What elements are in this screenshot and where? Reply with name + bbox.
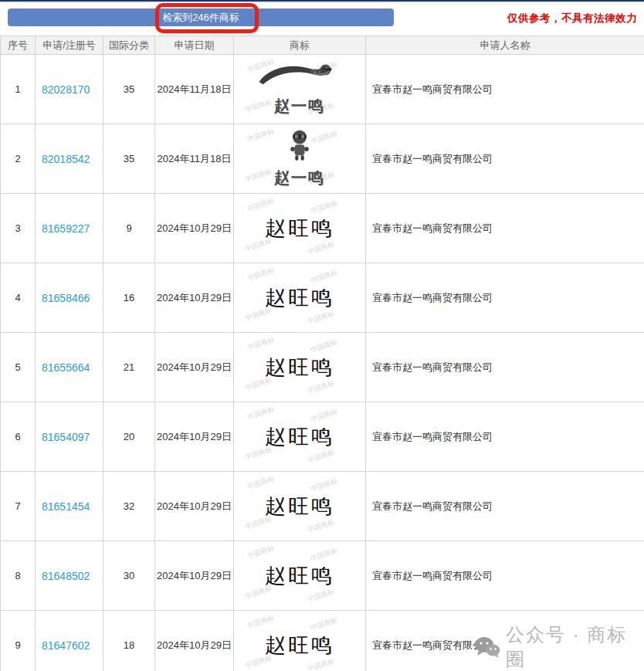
trademark-image: 中国商标中国商标中国商标中国商标赵旺鸣 bbox=[234, 264, 365, 332]
table-row: 581655664212024年10月29日中国商标中国商标中国商标中国商标赵旺… bbox=[1, 333, 644, 402]
trademark-cell: 中国商标中国商标中国商标中国商标赵旺鸣 bbox=[234, 472, 366, 541]
application-date-cell: 2024年10月29日 bbox=[155, 541, 234, 611]
intl-class-cell: 35 bbox=[103, 124, 155, 194]
seq-cell: 9 bbox=[1, 611, 36, 671]
trademark-search-results-page: 检索到246件商标 仅供参考，不具有法律效力 序号申请/注册号国际分类申请日期商… bbox=[0, 0, 644, 671]
table-row: 681654097202024年10月29日中国商标中国商标中国商标中国商标赵旺… bbox=[1, 402, 644, 472]
application-number-link[interactable]: 81659227 bbox=[42, 222, 90, 235]
trademark-text: 赵旺鸣 bbox=[265, 215, 334, 242]
application-date-cell: 2024年10月29日 bbox=[155, 194, 234, 263]
application-number-link[interactable]: 81654097 bbox=[42, 431, 90, 443]
intl-class-cell: 35 bbox=[103, 55, 155, 124]
column-header: 商标 bbox=[234, 36, 366, 55]
application-number-link[interactable]: 82028170 bbox=[42, 83, 90, 96]
results-table: 序号申请/注册号国际分类申请日期商标申请人名称 182028170352024年… bbox=[0, 36, 644, 671]
cell-watermark-text: 中国商标 bbox=[246, 473, 276, 491]
trademark-cell: 中国商标中国商标中国商标中国商标赵旺鸣 bbox=[234, 194, 366, 263]
application-date-cell: 2024年10月29日 bbox=[155, 472, 234, 541]
trademark-image: 中国商标中国商标中国商标中国商标赵旺鸣 bbox=[234, 195, 365, 263]
application-number-link[interactable]: 81651454 bbox=[42, 500, 90, 513]
cell-watermark-text: 中国商标 bbox=[246, 334, 276, 352]
application-number-cell: 81648502 bbox=[36, 541, 103, 611]
flying-hero-logo-icon bbox=[256, 62, 343, 94]
application-number-link[interactable]: 81647602 bbox=[42, 639, 90, 652]
cell-watermark-text: 中国商标 bbox=[246, 612, 276, 630]
wechat-watermark: 公众号 · 商标圈 bbox=[474, 622, 644, 671]
cell-watermark-text: 中国商标 bbox=[246, 543, 276, 561]
disclaimer-text: 仅供参考，不具有法律效力 bbox=[507, 12, 637, 25]
trademark-image: 中国商标中国商标中国商标中国商标赵旺鸣 bbox=[234, 403, 365, 471]
application-number-cell: 82028170 bbox=[36, 55, 103, 124]
applicant-cell: 宜春市赵一鸣商贸有限公司 bbox=[366, 263, 644, 333]
table-row: 282018542352024年11月18日中国商标中国商标中国商标中国商标赵一… bbox=[1, 124, 644, 194]
application-number-link[interactable]: 82018542 bbox=[42, 153, 90, 165]
application-number-link[interactable]: 81648502 bbox=[42, 570, 90, 582]
applicant-cell: 宜春市赵一鸣商贸有限公司 bbox=[366, 55, 644, 124]
application-date-cell: 2024年10月29日 bbox=[155, 611, 234, 671]
table-row: 182028170352024年11月18日中国商标中国商标中国商标中国商标赵一… bbox=[1, 55, 644, 124]
applicant-cell: 宜春市赵一鸣商贸有限公司 bbox=[366, 472, 644, 541]
applicant-cell: 宜春市赵一鸣商贸有限公司 bbox=[366, 124, 644, 194]
intl-class-cell: 30 bbox=[103, 541, 155, 611]
application-number-cell: 81658466 bbox=[36, 263, 103, 333]
table-row: 481658466162024年10月29日中国商标中国商标中国商标中国商标赵旺… bbox=[1, 263, 644, 333]
trademark-image: 中国商标中国商标中国商标中国商标赵旺鸣 bbox=[234, 473, 365, 541]
cell-watermark-text: 中国商标 bbox=[246, 195, 276, 213]
intl-class-cell: 18 bbox=[103, 611, 155, 671]
watermark-label: 公众号 · 商标圈 bbox=[506, 622, 644, 671]
table-row: 781651454322024年10月29日中国商标中国商标中国商标中国商标赵旺… bbox=[1, 472, 644, 541]
cell-watermark-text: 中国商标 bbox=[243, 167, 273, 185]
cell-watermark-text: 中国商标 bbox=[246, 126, 276, 144]
trademark-text: 赵旺鸣 bbox=[265, 632, 334, 659]
seq-cell: 3 bbox=[1, 194, 36, 263]
trademark-image: 中国商标中国商标中国商标中国商标赵旺鸣 bbox=[234, 612, 365, 671]
trademark-text: 赵旺鸣 bbox=[265, 423, 334, 451]
header-row: 序号申请/注册号国际分类申请日期商标申请人名称 bbox=[1, 36, 644, 55]
trademark-image: 中国商标中国商标中国商标中国商标赵旺鸣 bbox=[234, 334, 365, 402]
results-table-header: 序号申请/注册号国际分类申请日期商标申请人名称 bbox=[1, 36, 644, 55]
application-date-cell: 2024年10月29日 bbox=[155, 333, 234, 402]
trademark-image: 中国商标中国商标中国商标中国商标赵旺鸣 bbox=[234, 542, 365, 610]
mascot-logo-icon bbox=[286, 129, 314, 166]
trademark-cell: 中国商标中国商标中国商标中国商标赵一鸣 bbox=[234, 124, 366, 194]
intl-class-cell: 9 bbox=[103, 194, 155, 263]
column-header: 申请人名称 bbox=[366, 36, 644, 55]
application-number-cell: 81655664 bbox=[36, 333, 103, 402]
trademark-text: 赵一鸣 bbox=[274, 96, 325, 117]
column-header: 申请/注册号 bbox=[36, 36, 103, 55]
seq-cell: 8 bbox=[1, 541, 36, 611]
table-row: 38165922792024年10月29日中国商标中国商标中国商标中国商标赵旺鸣… bbox=[1, 194, 644, 263]
seq-cell: 6 bbox=[1, 402, 36, 472]
trademark-cell: 中国商标中国商标中国商标中国商标赵一鸣 bbox=[234, 55, 366, 124]
trademark-cell: 中国商标中国商标中国商标中国商标赵旺鸣 bbox=[234, 402, 366, 472]
trademark-text: 赵旺鸣 bbox=[265, 562, 334, 590]
application-number-cell: 81654097 bbox=[36, 402, 103, 472]
trademark-text: 赵一鸣 bbox=[274, 168, 325, 188]
trademark-cell: 中国商标中国商标中国商标中国商标赵旺鸣 bbox=[234, 541, 366, 611]
trademark-image: 中国商标中国商标中国商标中国商标赵一鸣 bbox=[234, 56, 365, 124]
trademark-cell: 中国商标中国商标中国商标中国商标赵旺鸣 bbox=[234, 611, 366, 671]
cell-watermark-text: 中国商标 bbox=[243, 97, 273, 115]
trademark-text: 赵旺鸣 bbox=[265, 284, 334, 312]
column-header: 国际分类 bbox=[103, 36, 155, 55]
intl-class-cell: 20 bbox=[103, 402, 155, 472]
cell-watermark-text: 中国商标 bbox=[246, 265, 276, 283]
trademark-text: 赵旺鸣 bbox=[265, 493, 334, 520]
applicant-cell: 宜春市赵一鸣商贸有限公司 bbox=[366, 333, 644, 402]
column-header: 申请日期 bbox=[155, 36, 234, 55]
trademark-text: 赵旺鸣 bbox=[265, 354, 334, 381]
results-table-body: 182028170352024年11月18日中国商标中国商标中国商标中国商标赵一… bbox=[1, 55, 644, 671]
application-number-cell: 81647602 bbox=[36, 611, 103, 671]
application-number-cell: 81651454 bbox=[36, 472, 103, 541]
intl-class-cell: 16 bbox=[103, 263, 155, 333]
applicant-cell: 宜春市赵一鸣商贸有限公司 bbox=[366, 402, 644, 472]
application-number-link[interactable]: 81658466 bbox=[42, 292, 90, 304]
application-number-cell: 81659227 bbox=[36, 194, 103, 263]
application-number-link[interactable]: 81655664 bbox=[42, 361, 90, 374]
result-count-button[interactable]: 检索到246件商标 bbox=[8, 8, 394, 26]
application-date-cell: 2024年10月29日 bbox=[155, 263, 234, 333]
intl-class-cell: 32 bbox=[103, 472, 155, 541]
seq-cell: 2 bbox=[1, 124, 36, 194]
cell-watermark-text: 中国商标 bbox=[309, 129, 338, 147]
applicant-cell: 宜春市赵一鸣商贸有限公司 bbox=[366, 541, 644, 611]
